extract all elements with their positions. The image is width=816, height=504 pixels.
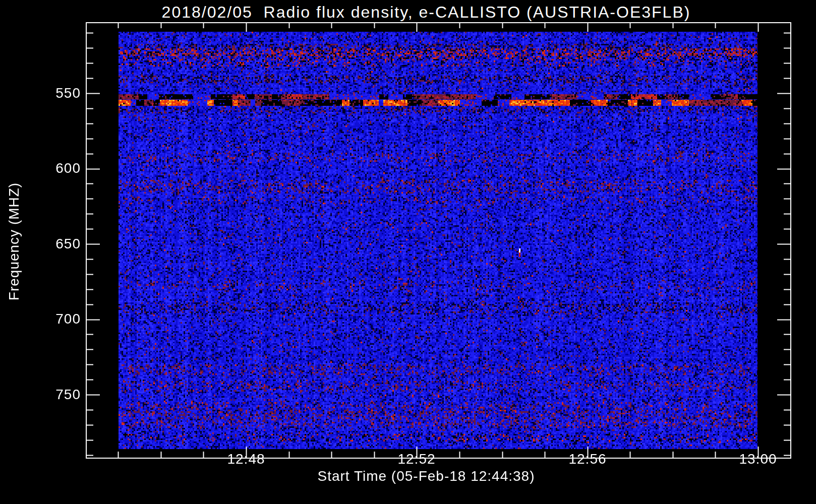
x-axis-title: Start Time (05-Feb-18 12:44:38) bbox=[0, 468, 816, 484]
x-tick-1300: 13:00 bbox=[718, 452, 798, 467]
x-tick-1248: 12:48 bbox=[206, 452, 286, 467]
y-tick-750: 750 bbox=[20, 387, 81, 402]
y-tick-700: 700 bbox=[20, 311, 81, 327]
y-tick-600: 600 bbox=[20, 161, 81, 176]
axes-frame bbox=[0, 0, 816, 504]
x-tick-1252: 12:52 bbox=[376, 452, 457, 467]
x-tick-1256: 12:56 bbox=[547, 452, 628, 467]
y-axis-title: Frequency (MHZ) bbox=[6, 120, 22, 362]
y-tick-550: 550 bbox=[20, 86, 81, 101]
y-tick-650: 650 bbox=[20, 236, 81, 251]
spectrogram-page: 2018/02/05 Radio flux density, e-CALLIST… bbox=[0, 0, 816, 504]
